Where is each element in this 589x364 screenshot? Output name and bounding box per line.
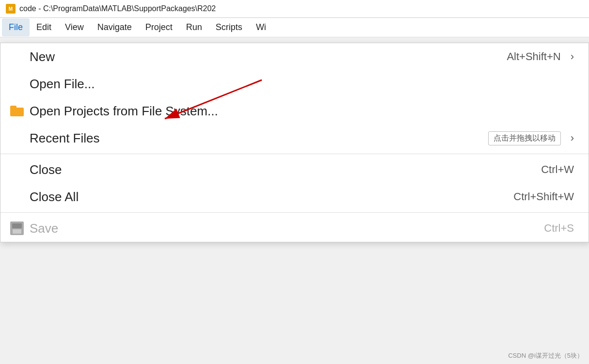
menu-item-close[interactable]: Close Ctrl+W <box>0 156 589 183</box>
recent-files-label: Recent Files <box>30 131 100 146</box>
menu-item-open-file[interactable]: Open File... <box>0 70 589 97</box>
close-label: Close <box>30 162 62 177</box>
open-projects-label: Open Projects from File System... <box>30 104 218 119</box>
menu-item-view[interactable]: View <box>58 18 91 36</box>
menu-item-scripts[interactable]: Scripts <box>209 18 249 36</box>
new-shortcut: Alt+Shift+N <box>507 50 560 63</box>
title-bar: M code - C:\ProgramData\MATLAB\SupportPa… <box>0 0 589 18</box>
recent-files-arrow-icon: › <box>571 132 574 144</box>
title-bar-text: code - C:\ProgramData\MATLAB\SupportPack… <box>19 4 216 13</box>
save-icon <box>9 221 25 236</box>
menu-item-save[interactable]: Save Ctrl+S <box>0 215 589 242</box>
divider-2 <box>0 212 589 213</box>
menu-item-open-projects[interactable]: Open Projects from File System... <box>0 97 589 125</box>
menu-bar: File Edit View Navigate Project Run Scri… <box>0 18 589 37</box>
watermark: CSDN @i谋开过光（5块） <box>508 351 583 360</box>
close-all-shortcut: Ctrl+Shift+W <box>513 190 574 203</box>
menu-item-navigate[interactable]: Navigate <box>91 18 139 36</box>
drag-tooltip: 点击并拖拽以移动 <box>488 131 561 145</box>
menu-item-new[interactable]: New Alt+Shift+N › <box>0 43 589 70</box>
close-shortcut: Ctrl+W <box>541 163 574 176</box>
close-all-label: Close All <box>30 190 79 205</box>
menu-item-run[interactable]: Run <box>179 18 209 36</box>
new-arrow-icon: › <box>571 50 574 63</box>
menu-item-file[interactable]: File <box>2 18 30 36</box>
divider-1 <box>0 154 589 154</box>
file-dropdown-menu: New Alt+Shift+N › Open File... Open Proj… <box>0 43 589 242</box>
save-shortcut: Ctrl+S <box>544 222 574 235</box>
menu-item-edit[interactable]: Edit <box>30 18 58 36</box>
menu-item-project[interactable]: Project <box>139 18 179 36</box>
app-icon-text: M <box>9 6 13 12</box>
app-icon: M <box>6 4 16 14</box>
folder-icon <box>9 103 25 119</box>
menu-item-recent-files[interactable]: Recent Files 点击并拖拽以移动 › <box>0 125 589 152</box>
new-label: New <box>30 49 55 64</box>
open-file-label: Open File... <box>30 77 95 92</box>
save-label: Save <box>30 221 58 236</box>
menu-item-wi[interactable]: Wi <box>249 18 273 36</box>
menu-item-close-all[interactable]: Close All Ctrl+Shift+W <box>0 183 589 210</box>
